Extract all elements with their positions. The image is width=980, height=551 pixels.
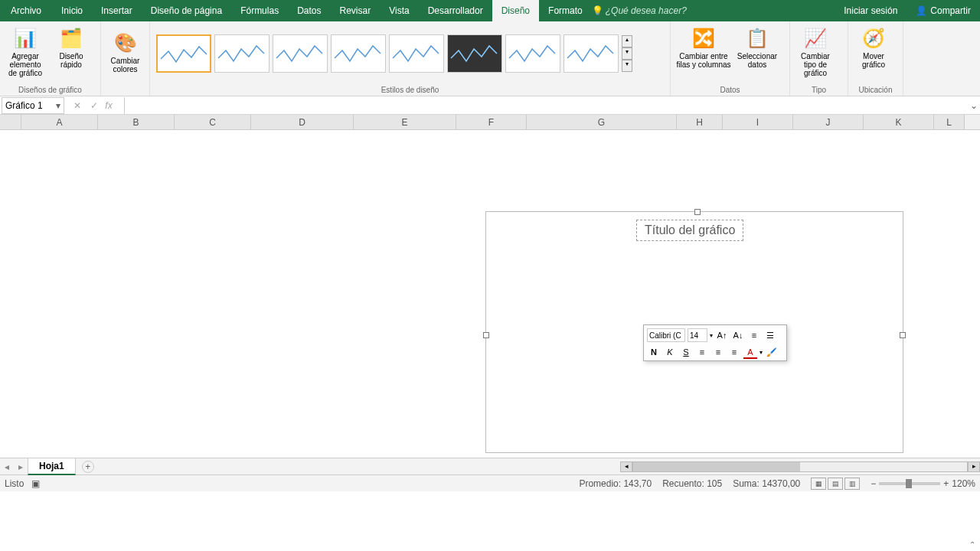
status-bar: Listo ▣ Promedio: 143,70 Recuento: 105 S… [0,474,980,491]
view-pagelayout-icon[interactable]: ▤ [828,478,843,490]
new-sheet-button[interactable]: + [82,461,94,473]
style-scroll[interactable]: ▾ [622,47,632,60]
zoom-slider[interactable]: −+ 120% [871,478,975,489]
col-header-F[interactable]: F [456,115,527,129]
quick-layout-button[interactable]: 🗂️Diseño rápido [49,24,93,83]
align-icon[interactable]: ≡ [747,328,761,342]
tab-datos[interactable]: Datos [288,0,330,21]
formula-bar-row: Gráfico 1▾ ✕ ✓ fx ⌄ [0,96,980,115]
group-type: Tipo [793,84,844,96]
formula-bar[interactable] [124,97,968,114]
group-data: Datos [674,84,786,96]
fx-icon[interactable]: fx [103,100,119,111]
chart-style-5[interactable] [389,34,444,73]
chart-style-7[interactable] [505,34,560,73]
col-header-J[interactable]: J [793,115,864,129]
decrease-font-icon[interactable]: A↓ [731,328,745,342]
ribbon-tabs: Archivo InicioInsertarDiseño de páginaFó… [0,0,980,21]
collapse-ribbon-icon[interactable]: ⌃ [969,540,975,549]
tab-revisar[interactable]: Revisar [331,0,381,21]
group-chart-styles: Estilos de diseño [153,84,667,96]
chart-style-8[interactable] [564,34,619,73]
chart-style-6[interactable] [447,34,502,73]
confirm-formula-icon: ✓ [86,100,103,111]
col-header-I[interactable]: I [723,115,793,129]
tab-inicio[interactable]: Inicio [52,0,92,21]
col-header-E[interactable]: E [354,115,456,129]
select-all-corner[interactable] [0,115,21,129]
group-location: Ubicación [851,84,900,96]
status-count: Recuento: 105 [662,478,722,489]
tab-desarrollador[interactable]: Desarrollador [419,0,492,21]
tab-insertar[interactable]: Insertar [92,0,142,21]
format-painter-icon[interactable]: 🖌️ [765,345,779,359]
increase-font-icon[interactable]: A↑ [715,328,729,342]
view-pagebreak-icon[interactable]: ▥ [844,478,860,490]
move-chart-button[interactable]: 🧭Mover gráfico [851,24,896,83]
status-average: Promedio: 143,70 [579,478,652,489]
group-chart-layouts: Diseños de gráfico [3,84,97,96]
ribbon: 📊Agregar elemento de gráfico 🗂️Diseño rá… [0,21,980,96]
add-chart-element-button[interactable]: 📊Agregar elemento de gráfico [3,24,47,83]
align-left-icon[interactable]: ≡ [695,345,709,359]
font-size-combo[interactable] [688,328,707,342]
mini-toolbar[interactable]: ▾ A↑ A↓ ≡ ☰ N K S ≡ ≡ ≡ A ▾ 🖌️ [643,324,787,361]
style-scroll[interactable]: ▴ [622,35,632,47]
col-header-L[interactable]: L [934,115,965,129]
switch-row-column-button[interactable]: 🔀Cambiar entre filas y columnas [674,24,733,83]
sheet-tabs: ◂ ▸ Hoja1 + ◂▸ [0,458,980,474]
change-colors-button[interactable]: 🎨Cambiar colores [104,29,146,87]
col-header-B[interactable]: B [98,115,175,129]
style-scroll[interactable]: ▾ [622,60,632,72]
align-center-icon[interactable]: ≡ [711,345,725,359]
chart-style-2[interactable] [214,34,270,73]
name-box[interactable]: Gráfico 1▾ [2,97,64,114]
chart-style-4[interactable] [331,34,386,73]
tab-formato[interactable]: Formato [539,0,592,21]
bullets-icon[interactable]: ☰ [763,328,777,342]
bold-icon[interactable]: N [647,345,661,359]
sign-in[interactable]: Iniciar sesión [835,1,906,21]
cancel-formula-icon: ✕ [69,100,86,111]
select-data-button[interactable]: 📋Seleccionar datos [735,24,779,83]
tab-diseño-de-página[interactable]: Diseño de página [142,0,231,21]
sheet-nav-next[interactable]: ▸ [14,461,28,472]
view-normal-icon[interactable]: ▦ [811,478,826,490]
font-color-icon[interactable]: A [743,345,757,359]
col-header-D[interactable]: D [251,115,354,129]
col-header-G[interactable]: G [527,115,677,129]
tell-me[interactable]: ¿Qué desea hacer? [592,0,696,21]
tab-file[interactable]: Archivo [0,0,52,21]
sheet-tab-hoja1[interactable]: Hoja1 [28,458,76,475]
macro-record-icon[interactable]: ▣ [31,478,40,489]
horizontal-scrollbar[interactable]: ◂▸ [620,461,980,472]
col-header-H[interactable]: H [677,115,723,129]
expand-formula-bar-icon[interactable]: ⌄ [968,100,980,111]
share[interactable]: 👤Compartir [906,1,980,21]
font-combo[interactable] [647,328,685,342]
col-header-K[interactable]: K [864,115,934,129]
worksheet-grid[interactable]: ABCDEFGHIJKL Título del gráfico ▾ A↑ A↓ … [0,115,980,458]
status-sum: Suma: 14370,00 [733,478,800,489]
tab-diseño[interactable]: Diseño [492,0,539,21]
underline-icon[interactable]: S [679,345,693,359]
col-header-C[interactable]: C [175,115,251,129]
chart-title[interactable]: Título del gráfico [636,220,743,241]
chart-style-1[interactable] [156,34,211,73]
tab-fórmulas[interactable]: Fórmulas [231,0,288,21]
chart-style-3[interactable] [273,34,328,73]
col-header-A[interactable]: A [21,115,98,129]
align-right-icon[interactable]: ≡ [727,345,741,359]
change-chart-type-button[interactable]: 📈Cambiar tipo de gráfico [793,24,838,83]
status-ready: Listo [5,478,24,489]
italic-icon[interactable]: K [663,345,677,359]
tab-vista[interactable]: Vista [380,0,418,21]
sheet-nav-prev[interactable]: ◂ [0,461,14,472]
